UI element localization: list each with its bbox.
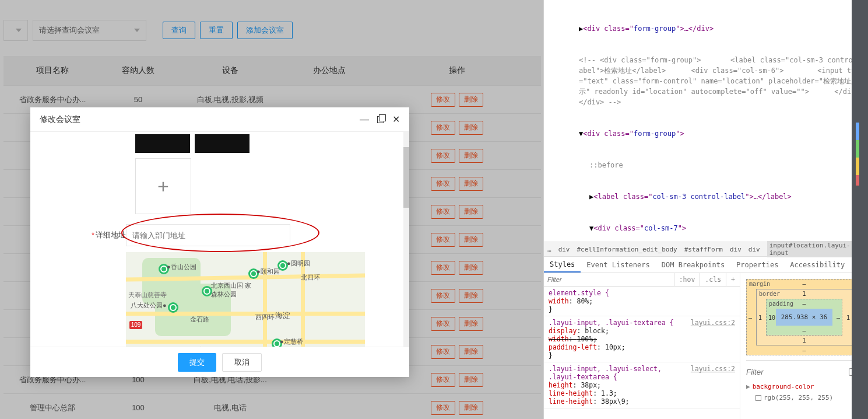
tab-dom-breakpoints[interactable]: DOM Breakpoints <box>656 257 730 273</box>
map-label: ●圆明园 <box>287 259 310 268</box>
side-strip <box>852 0 868 419</box>
image-thumb <box>195 134 249 153</box>
map-label: 金石路 <box>190 315 209 324</box>
plus-icon: + <box>157 175 169 198</box>
close-icon[interactable]: ✕ <box>392 114 400 125</box>
upload-add-tile[interactable]: + <box>135 158 191 214</box>
tab-properties[interactable]: Properties <box>730 257 784 273</box>
map-label: 军庄路 <box>191 345 210 347</box>
tab-styles[interactable]: Styles <box>544 257 581 273</box>
box-model: margin –––– border 1111 padding ––10– 28… <box>740 273 868 419</box>
modal-scrollbar[interactable] <box>403 132 409 347</box>
minimize-icon[interactable]: — <box>360 114 369 125</box>
tab-accessibility[interactable]: Accessibility <box>784 257 851 273</box>
modal-body: + *详细地址 ●圆明园 <box>30 132 409 347</box>
modal-header: 修改会议室 — ✕ <box>30 107 409 132</box>
annotation-ellipse <box>121 214 319 252</box>
image-thumb <box>135 134 190 153</box>
hov-toggle[interactable]: :hov <box>674 273 700 286</box>
map-label: 海淀 <box>275 310 290 321</box>
main-app-area: 请选择查询会议室 查询 重置 添加会议室 项目名称 容纳人数 设备 办公地点 操… <box>0 0 543 419</box>
map-label: 北四环 <box>301 273 320 282</box>
route-shield: 109 <box>129 321 142 329</box>
styles-tabs[interactable]: Styles Event Listeners DOM Breakpoints P… <box>544 257 868 273</box>
map-label: 天泰山慈善寺 <box>128 291 167 299</box>
cls-toggle[interactable]: .cls <box>700 273 726 286</box>
devtools-panel: ▶<div class="form-group">…</div> <!-- <d… <box>543 0 868 419</box>
cancel-button[interactable]: 取消 <box>222 353 262 372</box>
styles-filter-input[interactable] <box>544 273 674 286</box>
breadcrumb[interactable]: … div #cellInformation_edit_body #staffF… <box>544 242 868 257</box>
submit-button[interactable]: 提交 <box>178 353 216 372</box>
modal-title: 修改会议室 <box>40 114 80 125</box>
map-label: 八大处公园● <box>131 301 167 310</box>
map-label: ●香山公园 <box>167 263 196 271</box>
map-label: 西四环 <box>255 313 275 322</box>
add-rule-button[interactable]: + <box>726 273 740 286</box>
detail-address-label: *详细地址 <box>79 230 126 240</box>
edit-room-modal: 修改会议室 — ✕ + *详细地址 <box>30 107 409 377</box>
maximize-icon[interactable] <box>377 116 384 123</box>
computed-filter-input[interactable] <box>746 368 845 376</box>
map-label: 北京西山国 家森林公园 <box>211 281 252 299</box>
css-rules[interactable]: :hov .cls + element.style { width: 80%; … <box>544 273 740 419</box>
map-label: ●颐和园 <box>256 267 280 276</box>
modal-footer: 提交 取消 <box>30 347 409 377</box>
tab-event-listeners[interactable]: Event Listeners <box>581 257 655 273</box>
map-label: ●定慧桥 <box>280 337 303 346</box>
elements-tree[interactable]: ▶<div class="form-group">…</div> <!-- <d… <box>544 0 868 242</box>
map-widget[interactable]: ●圆明园 ●香山公园 ●颐和园 北京西山国 家森林公园 天泰山慈善寺 八大处公园… <box>126 252 365 347</box>
